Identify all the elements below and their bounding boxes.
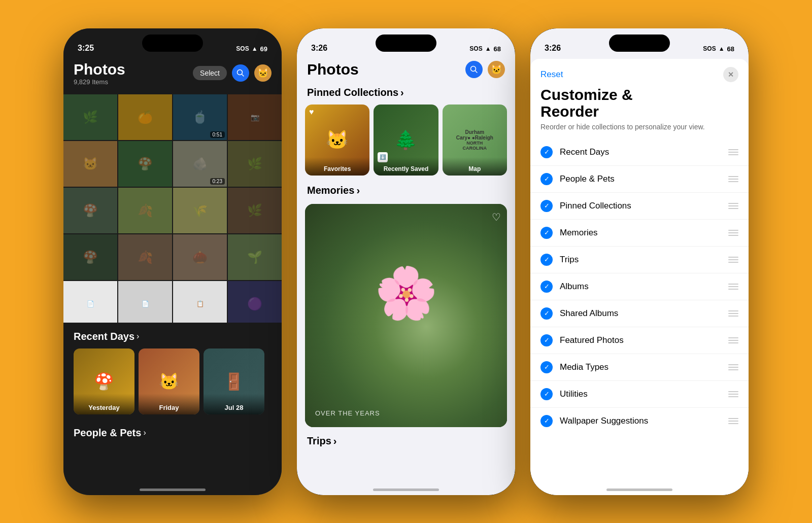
time-3: 3:26	[545, 44, 561, 53]
memories-section-label[interactable]: Memories ›	[307, 185, 360, 196]
avatar-1[interactable]: 🐱	[254, 64, 272, 82]
pinned-card-recently-saved[interactable]: 🌲 ⬇️ Recently Saved	[374, 104, 438, 176]
item-label-utilities: Utilities	[560, 389, 721, 399]
list-item-shared-albums[interactable]: ✓ Shared Albums	[530, 300, 749, 327]
list-item-memories[interactable]: ✓ Memories	[530, 220, 749, 247]
phone3: 3:26 SOS ▲ 68 Reset ✕ Customize &Reorder…	[530, 28, 749, 495]
photos-header-2: Photos 🐱	[297, 56, 515, 82]
grid-photo[interactable]: 🌱	[228, 234, 282, 280]
battery-icon-3: 68	[727, 45, 734, 53]
list-item-people-pets[interactable]: ✓ People & Pets	[530, 166, 749, 193]
check-icon-albums: ✓	[540, 281, 553, 293]
drag-handle-recent-days[interactable]	[728, 149, 738, 155]
reset-button[interactable]: Reset	[540, 69, 563, 80]
grid-photo[interactable]: 📷	[228, 94, 282, 140]
customize-sheet: Reset ✕ Customize &Reorder Reorder or hi…	[530, 59, 749, 495]
memory-heart-icon[interactable]: ♡	[492, 211, 501, 223]
list-item-albums[interactable]: ✓ Albums	[530, 273, 749, 300]
drag-handle-shared-albums[interactable]	[728, 310, 738, 317]
memories-chevron: ›	[356, 185, 360, 196]
check-icon-pinned-collections: ✓	[540, 200, 553, 212]
header-right-2: 🐱	[465, 61, 505, 78]
check-icon-media-types: ✓	[540, 361, 553, 373]
grid-photo[interactable]: 🪨0:23	[173, 141, 227, 187]
grid-photo[interactable]: 📋	[173, 281, 227, 327]
check-icon-memories: ✓	[540, 227, 553, 239]
grid-photo[interactable]: 🌿	[228, 188, 282, 233]
item-label-shared-albums: Shared Albums	[560, 308, 721, 319]
status-icons-3: SOS ▲ 68	[703, 45, 734, 53]
trips-section-label[interactable]: Trips ›	[307, 435, 336, 447]
pinned-card-favorites[interactable]: 🐱 ♥ Favorites	[305, 104, 369, 176]
day-card-friday[interactable]: 🐱 Friday	[139, 348, 199, 414]
memory-subtitle: OVER THE YEARS	[315, 409, 380, 417]
memory-card[interactable]: 🌸 Oakland OVER THE YEARS	[305, 204, 507, 427]
signal-2: SOS	[469, 45, 482, 52]
select-button[interactable]: Select	[193, 66, 227, 80]
day-label-jul28: Jul 28	[204, 394, 264, 414]
item-label-wallpaper-suggestions: Wallpaper Suggestions	[560, 416, 721, 426]
people-pets-chevron: ›	[143, 428, 146, 437]
home-indicator-3	[606, 489, 672, 491]
drag-handle-albums[interactable]	[728, 284, 738, 290]
drag-handle-wallpaper-suggestions[interactable]	[728, 418, 738, 424]
grid-photo[interactable]: 🍄	[63, 188, 117, 233]
item-label-trips: Trips	[560, 255, 721, 265]
list-item-pinned-collections[interactable]: ✓ Pinned Collections	[530, 193, 749, 220]
battery-icon-1: 69	[260, 45, 267, 53]
drag-handle-media-types[interactable]	[728, 364, 738, 370]
grid-photo[interactable]: 📄	[118, 281, 172, 327]
drag-handle-people-pets[interactable]	[728, 176, 738, 182]
grid-photo[interactable]: 🟣	[228, 281, 282, 327]
close-button[interactable]: ✕	[723, 67, 738, 82]
grid-photo[interactable]: 🍵0:51	[173, 94, 227, 140]
grid-photo[interactable]: 🍂	[118, 234, 172, 280]
video-duration: 0:51	[210, 131, 225, 138]
grid-photo[interactable]: 🌿	[228, 141, 282, 187]
dynamic-island-1	[142, 34, 203, 52]
drag-handle-memories[interactable]	[728, 230, 738, 236]
list-item-featured-photos[interactable]: ✓ Featured Photos	[530, 327, 749, 354]
drag-handle-trips[interactable]	[728, 257, 738, 263]
day-card-jul28[interactable]: 🚪 Jul 28	[204, 348, 264, 414]
pinned-card-map[interactable]: Durham Cary● ●Raleigh NORTH CAROLINA Map	[443, 104, 507, 176]
svg-line-1	[242, 75, 244, 77]
trips-chevron: ›	[333, 435, 337, 447]
customize-subtitle: Reorder or hide collections to personali…	[530, 120, 749, 139]
grid-photo[interactable]: 🍄	[118, 141, 172, 187]
grid-photo[interactable]: 📄	[63, 281, 117, 327]
recent-days-header[interactable]: Recent Days ›	[74, 331, 272, 342]
check-icon-utilities: ✓	[540, 388, 553, 400]
pinned-card-name-map: Map	[443, 157, 507, 176]
item-label-albums: Albums	[560, 282, 721, 292]
search-button-1[interactable]	[232, 64, 249, 82]
avatar-2[interactable]: 🐱	[488, 61, 505, 78]
people-pets-title: People & Pets	[74, 427, 141, 439]
list-item-recent-days[interactable]: ✓ Recent Days	[530, 139, 749, 166]
people-pets-header[interactable]: People & Pets ›	[74, 427, 272, 439]
list-item-media-types[interactable]: ✓ Media Types	[530, 354, 749, 381]
grid-photo[interactable]: 🍊	[118, 94, 172, 140]
list-item-utilities[interactable]: ✓ Utilities	[530, 381, 749, 408]
drag-handle-utilities[interactable]	[728, 391, 738, 397]
pinned-chevron: ›	[400, 87, 404, 98]
check-icon-people-pets: ✓	[540, 173, 553, 185]
list-item-wallpaper-suggestions[interactable]: ✓ Wallpaper Suggestions	[530, 408, 749, 434]
list-item-trips[interactable]: ✓ Trips	[530, 247, 749, 273]
header-buttons: Select 🐱	[193, 64, 272, 82]
search-button-2[interactable]	[465, 61, 483, 78]
grid-photo[interactable]: 🌿	[63, 94, 117, 140]
photos-header-1: Photos 9,829 Items Select 🐱	[63, 56, 282, 90]
grid-photo[interactable]: 🍂	[118, 188, 172, 233]
grid-photo[interactable]: 🌰	[173, 234, 227, 280]
drag-handle-featured-photos[interactable]	[728, 337, 738, 343]
grid-photo[interactable]: 🐱	[63, 141, 117, 187]
recent-days-chevron: ›	[137, 332, 139, 341]
grid-photo[interactable]: 🍄	[63, 234, 117, 280]
day-card-yesterday[interactable]: 🍄 Yesterday	[74, 348, 134, 414]
pinned-collections-label[interactable]: Pinned Collections ›	[307, 87, 404, 98]
item-label-featured-photos: Featured Photos	[560, 335, 721, 345]
drag-handle-pinned-collections[interactable]	[728, 203, 738, 209]
wifi-icon-3: ▲	[719, 45, 725, 52]
grid-photo[interactable]: 🌾	[173, 188, 227, 233]
